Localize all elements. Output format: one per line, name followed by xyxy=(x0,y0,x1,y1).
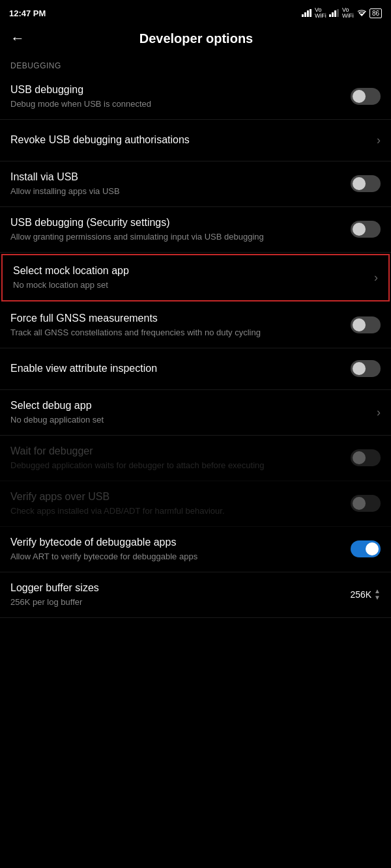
chevron-debug-app: › xyxy=(377,406,381,419)
setting-subtitle-usb-debugging: Debug mode when USB is connected xyxy=(10,98,343,110)
setting-row-verify-bytecode[interactable]: Verify bytecode of debuggable apps Allow… xyxy=(0,527,391,572)
setting-text-install-via-usb: Install via USB Allow installing apps vi… xyxy=(10,171,351,197)
setting-row-logger-buffer[interactable]: Logger buffer sizes 256K per log buffer … xyxy=(0,572,391,618)
setting-row-wait-debugger[interactable]: Wait for debugger Debugged application w… xyxy=(0,436,391,481)
svg-rect-0 xyxy=(302,14,304,17)
toggle-knob xyxy=(353,90,366,103)
setting-title-mock-location: Select mock location app xyxy=(13,264,366,278)
setting-text-wait-debugger: Wait for debugger Debugged application w… xyxy=(10,445,351,471)
setting-subtitle-logger-buffer: 256K per log buffer xyxy=(10,596,342,608)
setting-subtitle-usb-security: Allow granting permissions and simulatin… xyxy=(10,231,343,243)
svg-rect-2 xyxy=(307,10,309,17)
page-title: Developer options xyxy=(38,31,355,46)
setting-text-verify-apps: Verify apps over USB Check apps installe… xyxy=(10,490,351,517)
setting-subtitle-debug-app: No debug application set xyxy=(10,414,369,426)
toggle-knob xyxy=(353,318,366,331)
setting-text-gnss: Force full GNSS measurements Track all G… xyxy=(10,312,351,339)
toggle-knob xyxy=(353,497,366,510)
signal-icon xyxy=(302,9,312,17)
vo-wifi-label-2: VoWiFi xyxy=(342,7,354,19)
vo-wifi-label: VoWiFi xyxy=(315,7,326,19)
setting-text-logger-buffer: Logger buffer sizes 256K per log buffer xyxy=(10,581,350,608)
setting-title-revoke-usb: Revoke USB debugging authorisations xyxy=(10,133,369,147)
svg-rect-5 xyxy=(332,12,334,17)
svg-rect-7 xyxy=(337,9,339,17)
section-header-debugging: DEBUGGING xyxy=(0,53,391,74)
setting-subtitle-mock-location: No mock location app set xyxy=(13,279,366,291)
setting-row-install-via-usb[interactable]: Install via USB Allow installing apps vi… xyxy=(0,161,391,207)
setting-title-debug-app: Select debug app xyxy=(10,399,369,413)
setting-row-verify-apps[interactable]: Verify apps over USB Check apps installe… xyxy=(0,481,391,527)
toggle-install-via-usb[interactable] xyxy=(351,175,381,192)
toggle-view-attribute[interactable] xyxy=(351,360,381,377)
setting-row-gnss[interactable]: Force full GNSS measurements Track all G… xyxy=(0,303,391,348)
setting-row-debug-app[interactable]: Select debug app No debug application se… xyxy=(0,390,391,436)
setting-subtitle-gnss: Track all GNSS constellations and freque… xyxy=(10,327,343,339)
logger-buffer-value-text: 256K xyxy=(350,589,371,600)
svg-rect-3 xyxy=(310,9,311,17)
setting-subtitle-verify-bytecode: Allow ART to verify bytecode for debugga… xyxy=(10,551,343,563)
setting-title-verify-bytecode: Verify bytecode of debuggable apps xyxy=(10,536,343,550)
up-down-arrows: ▲ ▼ xyxy=(374,588,381,601)
toggle-knob xyxy=(353,451,366,464)
setting-row-mock-location[interactable]: Select mock location app No mock locatio… xyxy=(1,254,390,301)
setting-subtitle-install-via-usb: Allow installing apps via USB xyxy=(10,186,343,197)
toggle-usb-security[interactable] xyxy=(351,221,381,238)
setting-row-usb-security[interactable]: USB debugging (Security settings) Allow … xyxy=(0,207,391,253)
toggle-gnss[interactable] xyxy=(351,316,381,333)
setting-row-revoke-usb[interactable]: Revoke USB debugging authorisations › xyxy=(0,120,391,161)
toggle-verify-bytecode[interactable] xyxy=(351,540,381,557)
toggle-wait-debugger[interactable] xyxy=(351,449,381,466)
toggle-verify-apps[interactable] xyxy=(351,495,381,512)
logger-buffer-value[interactable]: 256K ▲ ▼ xyxy=(350,588,381,601)
battery-icon: 86 xyxy=(369,8,382,18)
toggle-knob xyxy=(353,223,366,236)
setting-text-view-attribute: Enable view attribute inspection xyxy=(10,362,351,376)
toggle-knob xyxy=(366,542,379,555)
svg-rect-1 xyxy=(304,12,306,17)
setting-text-verify-bytecode: Verify bytecode of debuggable apps Allow… xyxy=(10,536,351,563)
setting-title-view-attribute: Enable view attribute inspection xyxy=(10,362,343,376)
setting-text-mock-location: Select mock location app No mock locatio… xyxy=(13,264,374,291)
toggle-usb-debugging[interactable] xyxy=(351,88,381,105)
svg-rect-6 xyxy=(334,10,336,17)
setting-text-usb-debugging: USB debugging Debug mode when USB is con… xyxy=(10,83,351,110)
setting-row-view-attribute[interactable]: Enable view attribute inspection xyxy=(0,348,391,390)
setting-text-debug-app: Select debug app No debug application se… xyxy=(10,399,377,426)
setting-title-gnss: Force full GNSS measurements xyxy=(10,312,343,326)
setting-title-install-via-usb: Install via USB xyxy=(10,171,343,184)
svg-rect-4 xyxy=(329,14,331,17)
setting-text-revoke-usb: Revoke USB debugging authorisations xyxy=(10,133,377,147)
status-icons: VoWiFi VoWiFi 86 xyxy=(302,7,382,19)
setting-title-wait-debugger: Wait for debugger xyxy=(10,445,343,458)
toggle-knob xyxy=(353,362,366,375)
chevron-mock-location: › xyxy=(374,271,378,285)
setting-title-verify-apps: Verify apps over USB xyxy=(10,490,343,504)
top-bar: ← Developer options xyxy=(0,23,391,53)
setting-title-usb-security: USB debugging (Security settings) xyxy=(10,216,343,230)
battery-level: 86 xyxy=(372,10,379,17)
setting-subtitle-verify-apps: Check apps installed via ADB/ADT for har… xyxy=(10,505,343,517)
setting-row-usb-debugging[interactable]: USB debugging Debug mode when USB is con… xyxy=(0,74,391,120)
status-bar: 12:47 PM VoWiFi VoWiFi 86 xyxy=(0,0,391,23)
toggle-knob xyxy=(353,177,366,190)
setting-title-logger-buffer: Logger buffer sizes xyxy=(10,581,342,595)
setting-subtitle-wait-debugger: Debugged application waits for debugger … xyxy=(10,460,343,471)
chevron-revoke-usb: › xyxy=(377,133,381,147)
back-button[interactable]: ← xyxy=(10,30,25,47)
setting-title-usb-debugging: USB debugging xyxy=(10,83,343,97)
status-time: 12:47 PM xyxy=(9,8,46,18)
signal-icon-2 xyxy=(329,9,340,17)
wifi-icon xyxy=(356,9,367,17)
setting-text-usb-security: USB debugging (Security settings) Allow … xyxy=(10,216,351,243)
